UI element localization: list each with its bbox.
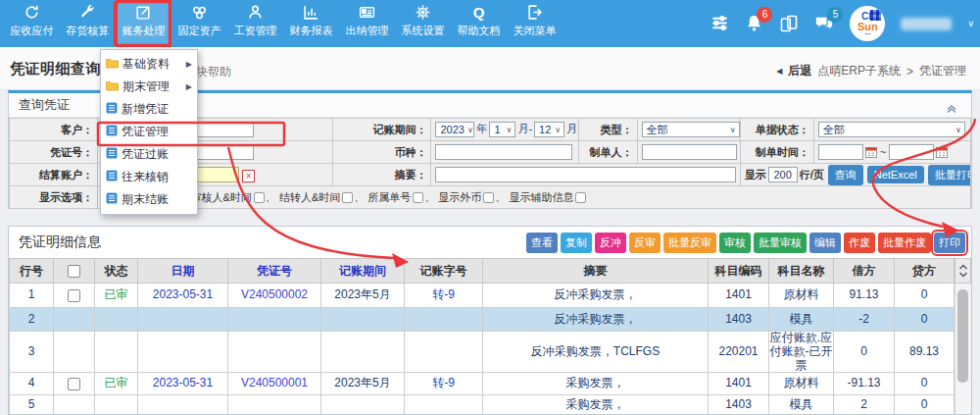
month-to-select[interactable]: 12∨ <box>534 122 564 137</box>
rows-per-page-input[interactable] <box>768 167 798 182</box>
view-button[interactable]: 查看 <box>526 233 558 253</box>
folder-icon <box>106 80 119 94</box>
table-row-selected[interactable]: 2 反冲采购发票， 1403 模具 -2 0 <box>10 308 955 332</box>
currency-input[interactable] <box>435 144 572 160</box>
copy-button[interactable]: 复制 <box>561 233 592 253</box>
nav-item-settings[interactable]: 系统设置 <box>395 0 451 47</box>
reverse-button[interactable]: 反冲 <box>595 233 626 253</box>
option-checkbox[interactable] <box>413 192 423 203</box>
chevron-down-icon: ∨ <box>467 126 473 134</box>
sliders-icon[interactable] <box>710 14 729 33</box>
menu-item-voucher-posting[interactable]: 凭证过账 <box>101 143 197 166</box>
nav-item-label: 关闭菜单 <box>514 24 557 38</box>
audit-button[interactable]: 审核 <box>719 233 751 253</box>
username-redacted[interactable] <box>901 18 952 30</box>
menu-item-basic-data[interactable]: 基础资料 ▶ <box>101 53 197 76</box>
row-checkbox[interactable] <box>68 378 80 390</box>
col-credit: 贷方 <box>895 259 955 284</box>
prepare-time-to-input[interactable] <box>889 144 934 160</box>
nav-item-payroll[interactable]: 工资管理 <box>227 0 283 47</box>
nav-item-cashier[interactable]: 出纳管理 <box>339 0 395 47</box>
table-row[interactable]: 4 已审 2023-05-31 V240500001 2023年5月 转-9 采… <box>10 373 955 395</box>
chat-icon[interactable]: 5 <box>814 14 834 33</box>
exit-icon <box>526 3 543 21</box>
print-button[interactable]: 打印 <box>934 233 965 253</box>
chevron-down-icon: ∨ <box>555 126 561 134</box>
breadcrumb-root[interactable]: 点晴ERP子系统 <box>817 63 901 79</box>
voucher-link[interactable]: V240500002 <box>228 284 321 308</box>
action-buttons: 查看 复制 反冲 反审 批量反审 审核 批量审核 编辑 作废 批量作废 打印 <box>526 233 965 253</box>
table-row[interactable]: 3 反冲采购发票，TCLFGS 220201 应付账款.应付账款-已开票 0 8… <box>10 332 955 373</box>
col-voucher-no[interactable]: 凭证号 <box>228 259 321 284</box>
prepare-time-from-input[interactable] <box>818 144 863 160</box>
option-checkbox[interactable] <box>342 192 353 203</box>
doc-status-select[interactable]: 全部∨ <box>818 122 965 137</box>
nav-item-label: 财务报表 <box>290 24 333 38</box>
table-row[interactable]: 1 已审 2023-05-31 V240500002 2023年5月 转-9 反… <box>10 284 955 308</box>
option-carryover-time: 结转人&时间 <box>279 191 340 203</box>
nav-item-close-menu[interactable]: 关闭菜单 <box>507 0 563 47</box>
col-date[interactable]: 日期 <box>138 259 228 284</box>
row-checkbox[interactable] <box>68 289 80 302</box>
bell-icon[interactable]: 6 <box>745 14 763 33</box>
nav-item-inventory[interactable]: 存货核算 <box>60 0 116 47</box>
menu-item-period-end-closing[interactable]: 期末结账 <box>101 188 197 211</box>
query-section-title: 查询凭证 <box>19 97 70 112</box>
nav-item-help[interactable]: Q 帮助文档 <box>451 0 507 47</box>
scrollbar-thumb[interactable] <box>957 289 968 383</box>
clicksun-logo[interactable]: Cli Sun ▪▪▪▪ <box>850 6 885 41</box>
nav-item-fixed-assets[interactable]: 固定资产 <box>172 0 227 47</box>
netexcel-button[interactable]: NetExcel <box>867 166 924 183</box>
month-from-select[interactable]: 1∨ <box>489 122 515 137</box>
edit-button[interactable]: 编辑 <box>809 233 841 253</box>
chart-icon <box>303 3 319 21</box>
preparer-input[interactable] <box>642 144 737 160</box>
voucher-no-label: 凭证号： <box>10 141 98 164</box>
col-summary: 摘要 <box>483 259 709 284</box>
clear-icon[interactable]: × <box>242 170 255 182</box>
option-checkbox[interactable] <box>254 192 265 203</box>
wrench-icon <box>79 3 96 21</box>
calendar-icon[interactable] <box>865 148 877 160</box>
menu-item-voucher-mgmt[interactable]: 凭证管理 <box>101 121 197 143</box>
table-row[interactable]: 5 采购发票， 1403 模具 2 0 <box>10 395 955 415</box>
option-checkbox[interactable] <box>575 192 586 203</box>
col-period[interactable]: 记账期间 <box>321 259 405 284</box>
chevron-down-icon: ∨ <box>507 126 513 134</box>
table-scroll-buttons[interactable] <box>955 258 971 284</box>
back-link[interactable]: 后退 <box>788 63 811 79</box>
summary-input[interactable] <box>435 167 735 182</box>
menu-item-new-voucher[interactable]: 新增凭证 <box>101 98 197 121</box>
chevron-down-icon: ∨ <box>730 126 736 134</box>
display-options-label: 显示选项： <box>10 186 98 209</box>
chevron-down-icon[interactable]: ∨ <box>967 19 974 28</box>
voucher-detail-panel: 凭证明细信息 查看 复制 反冲 反审 批量反审 审核 批量审核 编辑 作废 批量… <box>8 226 972 415</box>
batch-print-button[interactable]: 批量打印 <box>928 165 971 185</box>
chat-badge: 5 <box>827 7 843 23</box>
nav-item-receivables[interactable]: 应收应付 <box>4 0 60 47</box>
batch-void-button[interactable]: 批量作废 <box>878 233 931 253</box>
scrollbar-track[interactable] <box>955 284 971 414</box>
type-select[interactable]: 全部∨ <box>642 122 740 137</box>
nav-item-accounting[interactable]: 账务处理 <box>116 0 172 47</box>
menu-item-period-end-mgmt[interactable]: 期末管理 ▶ <box>101 76 197 98</box>
currency-label: 币种： <box>333 141 431 164</box>
menu-item-transaction-writeoff[interactable]: 往来核销 <box>101 166 197 188</box>
unaudit-button[interactable]: 反审 <box>629 233 661 253</box>
void-button[interactable]: 作废 <box>844 233 875 253</box>
select-all-checkbox[interactable] <box>68 265 80 278</box>
year-select[interactable]: 2023∨ <box>435 122 474 137</box>
option-checkbox[interactable] <box>483 192 494 203</box>
top-nav-bar: 应收应付 存货核算 账务处理 固定资产 工资管理 财务报表 出纳管理 系统设置 … <box>0 0 980 47</box>
query-button[interactable]: 查询 <box>828 165 863 185</box>
batch-audit-button[interactable]: 批量审核 <box>754 233 807 253</box>
collapse-icon[interactable] <box>946 98 957 122</box>
calendar-icon[interactable] <box>936 148 948 160</box>
voucher-link[interactable]: V240500001 <box>228 373 321 395</box>
refresh-icon <box>24 3 40 21</box>
batch-unaudit-button[interactable]: 批量反审 <box>663 233 716 253</box>
devices-icon[interactable] <box>779 14 799 33</box>
assets-icon <box>191 3 208 21</box>
col-line-no: 行号 <box>10 259 54 284</box>
nav-item-reports[interactable]: 财务报表 <box>283 0 339 47</box>
